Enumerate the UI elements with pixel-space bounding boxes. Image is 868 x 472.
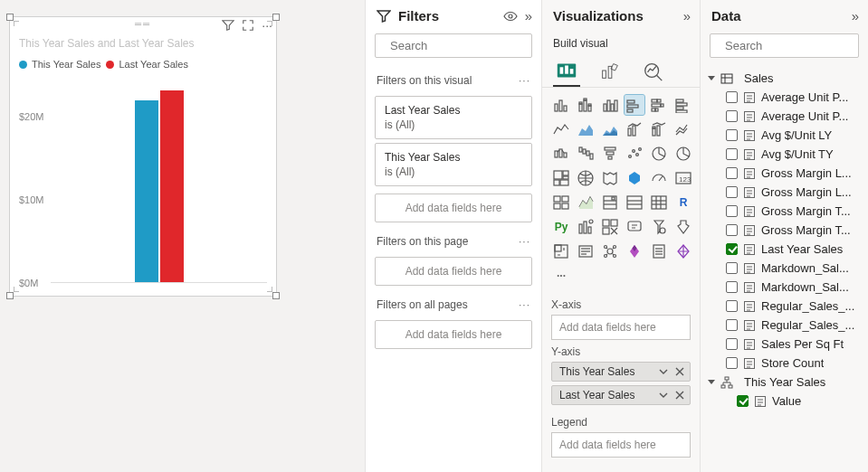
viz-map-icon[interactable] bbox=[576, 168, 596, 188]
viz-q-and-a-icon[interactable] bbox=[625, 217, 644, 237]
field-node[interactable]: Store Count bbox=[706, 354, 863, 373]
field-checkbox[interactable] bbox=[726, 281, 738, 293]
resize-handle[interactable] bbox=[6, 14, 14, 21]
viz-power-automate-icon[interactable] bbox=[673, 241, 693, 261]
field-node[interactable]: Regular_Sales_... bbox=[706, 297, 863, 316]
field-node[interactable]: Avg $/Unit TY bbox=[706, 145, 863, 164]
chevron-down-icon[interactable] bbox=[659, 391, 668, 400]
viz-stacked-bar-icon[interactable] bbox=[551, 95, 571, 115]
viz-stacked-bar-100-icon[interactable] bbox=[576, 95, 596, 115]
field-pill[interactable]: Last Year Sales bbox=[551, 385, 691, 405]
resize-handle[interactable] bbox=[272, 292, 280, 299]
field-node[interactable]: Last Year Sales bbox=[706, 240, 863, 259]
field-node[interactable]: Regular_Sales_... bbox=[706, 316, 863, 335]
field-checkbox[interactable] bbox=[726, 91, 738, 103]
caret-down-icon[interactable] bbox=[708, 380, 715, 384]
viz-stacked-area-icon[interactable] bbox=[600, 119, 620, 139]
field-checkbox[interactable] bbox=[726, 167, 738, 179]
viz-ribbon-chart-icon[interactable] bbox=[551, 144, 571, 164]
field-node[interactable]: Average Unit P... bbox=[706, 107, 863, 126]
viz-gauge-icon[interactable] bbox=[649, 168, 669, 188]
report-canvas[interactable]: ══ ··· This Year Sales and Last Year Sal… bbox=[0, 0, 365, 472]
viz-card-icon[interactable]: 123 bbox=[673, 168, 693, 188]
section-more-icon[interactable]: ··· bbox=[519, 235, 530, 248]
add-filter-page[interactable]: Add data fields here bbox=[375, 257, 532, 286]
field-node[interactable]: Markdown_Sal... bbox=[706, 278, 863, 297]
resize-handle[interactable] bbox=[6, 292, 14, 299]
viz-combo-column-line-icon[interactable] bbox=[625, 119, 644, 139]
viz-ribbon-icon[interactable] bbox=[673, 119, 693, 139]
viz-python-visual-icon[interactable]: Py bbox=[551, 217, 571, 237]
field-checkbox[interactable] bbox=[726, 129, 738, 141]
field-node[interactable]: Markdown_Sal... bbox=[706, 259, 863, 278]
resize-handle[interactable] bbox=[272, 14, 280, 21]
viz-line-icon[interactable] bbox=[551, 119, 571, 139]
viz-pie-icon[interactable] bbox=[649, 144, 669, 164]
field-checkbox[interactable] bbox=[726, 319, 738, 331]
eye-icon[interactable] bbox=[503, 9, 518, 24]
viz-stacked-bar-h-icon[interactable] bbox=[649, 95, 669, 115]
viz-table-icon[interactable] bbox=[625, 193, 644, 212]
collapse-pane-icon[interactable]: » bbox=[852, 8, 859, 24]
field-node[interactable]: Average Unit P... bbox=[706, 88, 863, 107]
filter-icon[interactable] bbox=[222, 19, 234, 32]
field-checkbox[interactable] bbox=[726, 110, 738, 122]
viz-r-visual-icon[interactable]: R bbox=[673, 193, 693, 212]
data-search[interactable] bbox=[710, 33, 859, 58]
field-checkbox[interactable] bbox=[726, 262, 738, 274]
viz-decomposition-tree-icon[interactable] bbox=[600, 217, 620, 237]
x-axis-well[interactable]: Add data fields here bbox=[551, 315, 691, 340]
field-checkbox[interactable] bbox=[726, 224, 738, 236]
tab-analytics[interactable] bbox=[640, 55, 667, 88]
field-node[interactable]: Gross Margin T... bbox=[706, 221, 863, 240]
viz-slicer-icon[interactable] bbox=[600, 193, 620, 212]
field-checkbox[interactable] bbox=[726, 243, 738, 255]
field-node[interactable]: Gross Margin T... bbox=[706, 202, 863, 221]
add-filter-all[interactable]: Add data fields here bbox=[375, 320, 532, 349]
field-node[interactable]: Gross Margin L... bbox=[706, 164, 863, 183]
field-checkbox[interactable] bbox=[737, 395, 749, 407]
remove-field-icon[interactable] bbox=[675, 367, 684, 376]
viz-donut-icon[interactable] bbox=[673, 144, 693, 164]
field-node[interactable]: Sales Per Sq Ft bbox=[706, 335, 863, 354]
filter-card[interactable]: Last Year Salesis (All) bbox=[375, 96, 532, 139]
field-checkbox[interactable] bbox=[726, 357, 738, 369]
tab-build-visual[interactable] bbox=[553, 55, 580, 88]
viz-goals-icon[interactable] bbox=[673, 217, 693, 237]
viz-more-icon[interactable]: ··· bbox=[551, 266, 571, 286]
viz-scatter-icon[interactable] bbox=[625, 144, 644, 164]
collapse-pane-icon[interactable]: » bbox=[683, 8, 691, 24]
remove-field-icon[interactable] bbox=[675, 391, 684, 400]
viz-filled-map-icon[interactable] bbox=[600, 168, 620, 188]
viz-waterfall-icon[interactable] bbox=[576, 144, 596, 164]
viz-metrics-icon[interactable] bbox=[551, 241, 571, 261]
caret-down-icon[interactable] bbox=[708, 76, 715, 80]
filter-card[interactable]: This Year Salesis (All) bbox=[375, 143, 532, 186]
viz-azure-map-icon[interactable] bbox=[625, 168, 644, 188]
field-checkbox[interactable] bbox=[726, 205, 738, 217]
viz-kpi-icon[interactable] bbox=[576, 193, 596, 212]
drag-grip-icon[interactable]: ══ bbox=[135, 19, 151, 29]
viz-key-influencers-icon[interactable] bbox=[576, 217, 596, 237]
bar[interactable] bbox=[135, 100, 158, 283]
collapse-pane-icon[interactable]: » bbox=[525, 8, 532, 24]
viz-paginated-report-icon[interactable] bbox=[576, 241, 596, 261]
field-checkbox[interactable] bbox=[726, 338, 738, 350]
field-node[interactable]: Avg $/Unit LY bbox=[706, 126, 863, 145]
chart-visual[interactable]: ══ ··· This Year Sales and Last Year Sal… bbox=[9, 16, 277, 297]
field-pill[interactable]: This Year Sales bbox=[551, 362, 691, 382]
viz-funnel-icon[interactable] bbox=[600, 144, 620, 164]
viz-bar-horizontal-icon[interactable] bbox=[625, 95, 644, 115]
section-more-icon[interactable]: ··· bbox=[519, 298, 530, 311]
hierarchy-node[interactable]: This Year Sales bbox=[706, 373, 863, 392]
field-checkbox[interactable] bbox=[726, 186, 738, 198]
viz-clustered-column-icon[interactable] bbox=[600, 95, 620, 115]
viz-matrix-icon[interactable] bbox=[649, 193, 669, 212]
viz-multi-row-card-icon[interactable] bbox=[551, 193, 571, 212]
add-filter-visual[interactable]: Add data fields here bbox=[375, 194, 532, 222]
field-checkbox[interactable] bbox=[726, 148, 738, 160]
viz-area-icon[interactable] bbox=[576, 119, 596, 139]
viz-get-more-visuals-icon[interactable] bbox=[649, 241, 669, 261]
viz-clustered-bar-h-icon[interactable] bbox=[673, 95, 693, 115]
focus-mode-icon[interactable] bbox=[242, 19, 254, 32]
